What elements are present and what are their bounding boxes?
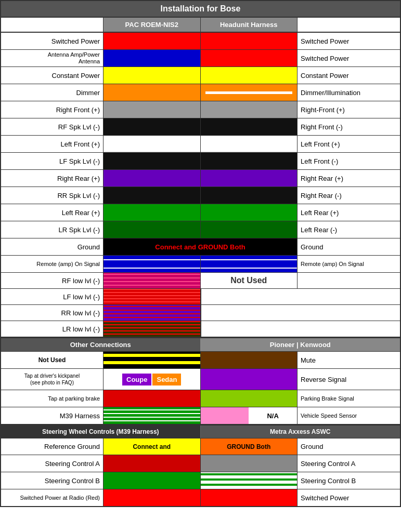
color-cell: [201, 472, 298, 489]
left-label: RR Spk Lvl (-): [1, 187, 104, 204]
color-cell: [201, 50, 298, 66]
right-label: Switched Power: [297, 489, 400, 506]
table-row: Tap at parking brake Parking Brake Signa…: [1, 390, 400, 407]
color-cell: [104, 321, 201, 337]
other-connections-title: Other Connections: [1, 338, 201, 351]
color-cell: [201, 455, 298, 472]
ref-ground-right: GROUND Both: [201, 438, 298, 455]
table-row: Antenna Amp/PowerAntenna Switched Power: [1, 50, 400, 67]
color-cell: [201, 33, 298, 49]
right-label: Left Rear (+): [297, 204, 400, 221]
table-row: RF Spk Lvl (-) Right Front (-): [1, 118, 400, 136]
right-label: Ground: [297, 438, 400, 455]
left-label: Left Rear (+): [1, 204, 104, 221]
color-cell: [104, 170, 201, 187]
right-label: Left Front (-): [297, 153, 400, 169]
header-col3: Headunit Harness: [201, 18, 298, 32]
table-row: LF Spk Lvl (-) Left Front (-): [1, 153, 400, 170]
empty-right: [297, 273, 400, 288]
table-row: Reference Ground Connect and GROUND Both…: [1, 438, 400, 455]
left-label: RR low lvl (-): [1, 305, 104, 321]
left-label: Right Front (+): [1, 101, 104, 118]
left-label: Switched Power at Radio (Red): [1, 489, 104, 506]
color-cell: [201, 204, 298, 221]
color-cell: [201, 101, 298, 118]
color-cell: [104, 153, 201, 169]
color-cell: [104, 352, 201, 368]
left-label-multiline: Tap at driver's kickpanel (see photo in …: [1, 369, 104, 390]
pioneer-kenwood-title: Pioneer | Kenwood: [201, 338, 400, 351]
left-label: Tap at parking brake: [1, 390, 104, 407]
header-col4: [297, 18, 400, 32]
other-connections-header: Other Connections Pioneer | Kenwood: [1, 337, 400, 352]
left-label: LF Spk Lvl (-): [1, 153, 104, 169]
right-label: Remote (amp) On Signal: [297, 256, 400, 272]
main-container: Installation for Bose PAC ROEM-NIS2 Head…: [0, 0, 401, 507]
header-row: PAC ROEM-NIS2 Headunit Harness: [1, 18, 400, 33]
color-cell: [104, 256, 201, 272]
color-cell: [104, 407, 201, 424]
table-row: RR low lvl (-): [1, 305, 400, 321]
right-label: Steering Control B: [297, 472, 400, 489]
left-label: Not Used: [1, 352, 104, 368]
color-cell: [201, 170, 298, 187]
left-label: LR low lvl (-): [1, 321, 104, 337]
color-cell: [201, 187, 298, 204]
left-label: Steering Control A: [1, 455, 104, 472]
right-label: Constant Power: [297, 67, 400, 84]
color-cell: [201, 84, 298, 101]
table-row: Right Rear (+) Right Rear (+): [1, 170, 400, 187]
color-cell: [201, 352, 298, 368]
left-label: LF low lvl (-): [1, 289, 104, 304]
right-label: Mute: [297, 352, 400, 368]
right-label: Right Front (-): [297, 118, 400, 135]
table-row: RR Spk Lvl (-) Right Rear (-): [1, 187, 400, 204]
color-cell: [104, 455, 201, 472]
swc-title: Steering Wheel Controls (M39 Harness): [1, 425, 201, 438]
coupe-sedan-cell: Coupe Sedan: [104, 369, 201, 390]
table-row: Left Rear (+) Left Rear (+): [1, 204, 400, 221]
empty-right: [201, 305, 298, 321]
main-title: Installation for Bose: [1, 1, 400, 18]
right-label: Dimmer/Illumination: [297, 84, 400, 101]
right-label: Switched Power: [297, 33, 400, 49]
color-cell: [104, 118, 201, 135]
table-row: Not Used Mute: [1, 352, 400, 369]
table-row: Left Front (+) Left Front (+): [1, 136, 400, 153]
right-label: Steering Control A: [297, 455, 400, 472]
aswc-title: Metra Axxess ASWC: [201, 425, 400, 438]
color-cell: [104, 50, 201, 66]
header-col2: PAC ROEM-NIS2: [104, 18, 201, 32]
color-cell: [104, 472, 201, 489]
empty-right: [201, 289, 298, 304]
color-cell: [104, 187, 201, 204]
left-label: Reference Ground: [1, 438, 104, 455]
left-label: Antenna Amp/PowerAntenna: [1, 50, 104, 66]
table-row: Switched Power Switched Power: [1, 33, 400, 50]
color-cell: [104, 289, 201, 304]
left-label: Dimmer: [1, 84, 104, 101]
ref-ground-left: Connect and: [104, 438, 201, 455]
right-label: Parking Brake Signal: [297, 390, 400, 407]
left-label: LR Spk Lvl (-): [1, 221, 104, 238]
right-label: Reverse Signal: [297, 369, 400, 390]
color-cell: [201, 221, 298, 238]
color-cell: [104, 33, 201, 49]
left-label: Right Rear (+): [1, 170, 104, 187]
color-cell: [201, 118, 298, 135]
right-label: Right-Front (+): [297, 101, 400, 118]
table-row: M39 Harness N/A Vehicle Speed Sensor: [1, 407, 400, 424]
table-row: Constant Power Constant Power: [1, 67, 400, 84]
color-cell: [104, 221, 201, 238]
right-label: Left Rear (-): [297, 221, 400, 238]
table-row: Tap at driver's kickpanel (see photo in …: [1, 369, 400, 390]
color-cell: [201, 256, 298, 272]
left-label: M39 Harness: [1, 407, 104, 424]
table-row: Steering Control A Steering Control A: [1, 455, 400, 472]
table-row: Remote (amp) On Signal Remote (amp) On S…: [1, 256, 400, 273]
empty-right: [201, 321, 298, 337]
color-cell: [201, 67, 298, 84]
right-label: Right Rear (-): [297, 187, 400, 204]
left-label: RF Spk Lvl (-): [1, 118, 104, 135]
right-label: Ground: [297, 238, 400, 255]
